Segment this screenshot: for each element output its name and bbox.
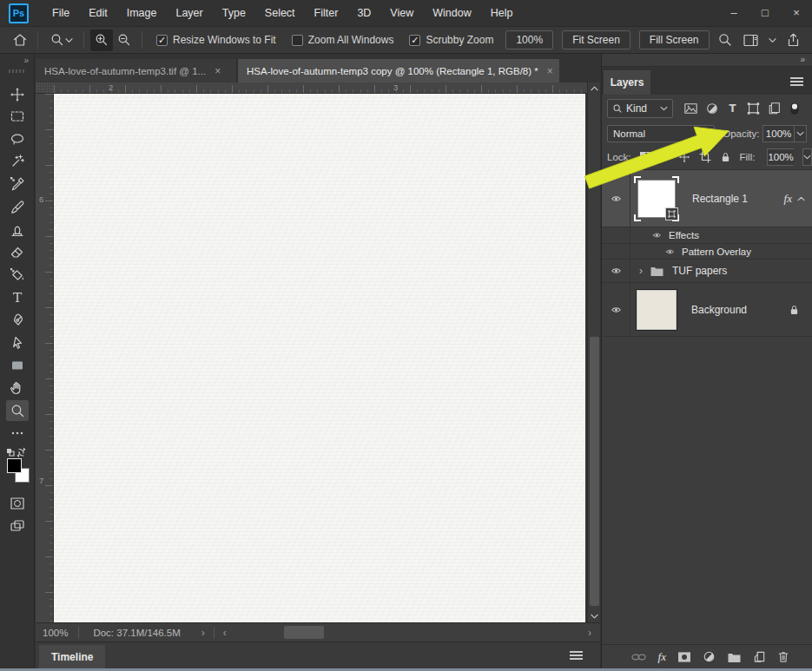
document-tab-active[interactable]: HSA-love-of-autumn-temp3 copy @ 100% (Re… <box>238 59 559 82</box>
collapse-effects-icon[interactable] <box>797 196 805 201</box>
scroll-left-icon[interactable]: ‹ <box>215 627 235 639</box>
toolbar-collapse-icon[interactable]: » <box>0 54 34 65</box>
brush-tool[interactable] <box>6 197 29 218</box>
menu-layer[interactable]: Layer <box>166 0 212 26</box>
menu-image[interactable]: Image <box>117 0 167 26</box>
lock-all-icon[interactable] <box>720 151 731 163</box>
lock-image-pixels-icon[interactable] <box>659 152 670 162</box>
document-canvas[interactable] <box>54 94 585 622</box>
timeline-tab[interactable]: Timeline <box>39 645 105 669</box>
scroll-right-icon[interactable]: › <box>579 627 600 639</box>
menu-view[interactable]: View <box>380 0 423 26</box>
scrubby-zoom-checkbox[interactable]: ✓ Scrubby Zoom <box>409 34 493 46</box>
scroll-down-icon[interactable] <box>588 610 601 622</box>
opacity-dropdown-chevron[interactable] <box>794 125 807 142</box>
timeline-menu-icon[interactable] <box>570 651 583 660</box>
eye-icon[interactable] <box>651 231 663 240</box>
document-tab-inactive[interactable]: HSA-love-of-autumn-temp3.tif @ 1... × <box>36 59 237 82</box>
zoom-level-field[interactable]: 100% <box>36 628 78 638</box>
layer-name[interactable]: Background <box>677 304 789 316</box>
fit-screen-button[interactable]: Fit Screen <box>562 30 630 49</box>
ruler-origin-corner[interactable] <box>36 82 54 94</box>
paint-bucket-tool[interactable] <box>6 265 29 286</box>
pattern-overlay-label[interactable]: Pattern Overlay <box>676 247 812 257</box>
add-layer-mask-icon[interactable] <box>677 651 691 663</box>
layer-thumbnail[interactable] <box>637 290 677 330</box>
filter-toggle-switch[interactable] <box>789 101 801 116</box>
zoom-tool-preset[interactable] <box>44 30 77 51</box>
close-tab-icon[interactable]: × <box>215 65 221 77</box>
layer-name[interactable]: Rectangle 1 <box>677 193 784 205</box>
lock-transparent-pixels-icon[interactable] <box>640 152 650 162</box>
home-button[interactable] <box>9 30 31 51</box>
layer-row-tuf-papers[interactable]: › TUF papers <box>602 260 812 283</box>
menu-filter[interactable]: Filter <box>305 0 348 26</box>
color-swatches[interactable] <box>0 458 35 490</box>
new-adjustment-layer-icon[interactable] <box>703 650 716 663</box>
link-layers-icon[interactable] <box>630 651 647 663</box>
fill-dropdown-chevron[interactable] <box>802 148 812 166</box>
layer-row-effects[interactable]: Effects <box>602 227 812 244</box>
menu-window[interactable]: Window <box>423 0 480 26</box>
horizontal-scrollbar[interactable] <box>235 623 579 641</box>
filter-shape-layers-icon[interactable] <box>746 102 761 115</box>
new-layer-icon[interactable] <box>753 650 766 663</box>
vertical-scroll-thumb[interactable] <box>590 337 599 606</box>
menu-3d[interactable]: 3D <box>347 0 380 26</box>
zoom-in-button[interactable] <box>90 30 113 51</box>
lasso-tool[interactable] <box>6 128 29 149</box>
menu-edit[interactable]: Edit <box>79 0 117 26</box>
share-icon[interactable] <box>786 33 801 48</box>
edit-toolbar-button[interactable] <box>6 423 29 444</box>
filter-kind-dropdown[interactable]: Kind <box>607 99 673 118</box>
eyedropper-tool[interactable] <box>6 174 29 194</box>
close-button[interactable]: × <box>781 0 812 26</box>
hand-tool[interactable] <box>6 378 29 398</box>
panel-collapse-icon[interactable]: » <box>602 54 812 67</box>
scroll-up-icon[interactable] <box>588 82 601 95</box>
resize-windows-checkbox[interactable]: ✓ Resize Windows to Fit <box>156 34 276 46</box>
layer-row-pattern-overlay[interactable]: Pattern Overlay <box>602 244 812 260</box>
move-tool[interactable] <box>6 84 29 105</box>
magic-wand-tool[interactable] <box>6 151 29 172</box>
menu-help[interactable]: Help <box>481 0 523 26</box>
layers-panel-tab[interactable]: Layers <box>604 70 650 95</box>
eye-icon[interactable] <box>610 305 623 315</box>
zoom-out-button[interactable] <box>113 30 135 51</box>
filter-type-layers-icon[interactable]: T <box>726 102 739 115</box>
menu-select[interactable]: Select <box>255 0 305 26</box>
eye-icon[interactable] <box>664 247 676 256</box>
visibility-cell[interactable] <box>602 170 630 227</box>
opacity-field[interactable]: 100% <box>762 125 793 142</box>
quick-mask-button[interactable] <box>6 493 29 514</box>
type-tool[interactable]: T <box>6 287 29 308</box>
close-tab-icon[interactable]: × <box>547 65 553 77</box>
path-selection-tool[interactable] <box>6 332 29 353</box>
eye-icon[interactable] <box>610 266 623 276</box>
minimize-button[interactable]: – <box>718 0 749 26</box>
menu-type[interactable]: Type <box>213 0 255 26</box>
lock-position-icon[interactable] <box>678 151 690 163</box>
zoom-100-button[interactable]: 100% <box>505 30 553 49</box>
screen-mode-button[interactable] <box>6 516 29 536</box>
eye-icon[interactable] <box>610 194 623 204</box>
eraser-tool[interactable] <box>6 242 29 263</box>
zoom-all-windows-checkbox[interactable]: Zoom All Windows <box>292 34 394 46</box>
layer-row-background[interactable]: Background <box>602 283 812 337</box>
add-layer-style-button[interactable]: fx <box>658 650 666 664</box>
layer-thumbnail[interactable] <box>636 178 677 220</box>
foreground-color-swatch[interactable] <box>7 458 22 473</box>
fill-screen-button[interactable]: Fill Screen <box>639 30 710 49</box>
toolbar-grip[interactable] <box>9 69 26 73</box>
layer-fx-badge[interactable]: fx <box>784 192 792 206</box>
filter-pixel-layers-icon[interactable] <box>683 102 698 115</box>
status-chevron-icon[interactable]: › <box>193 627 214 639</box>
clone-stamp-tool[interactable] <box>6 220 29 240</box>
filter-adjustment-layers-icon[interactable] <box>705 102 719 115</box>
effects-label[interactable]: Effects <box>663 230 812 240</box>
delete-layer-icon[interactable] <box>777 650 789 663</box>
visibility-cell[interactable] <box>602 283 630 336</box>
chevron-down-icon[interactable] <box>769 37 776 43</box>
menu-file[interactable]: File <box>43 0 79 26</box>
layer-row-rectangle-1[interactable]: Rectangle 1 fx <box>602 170 812 227</box>
